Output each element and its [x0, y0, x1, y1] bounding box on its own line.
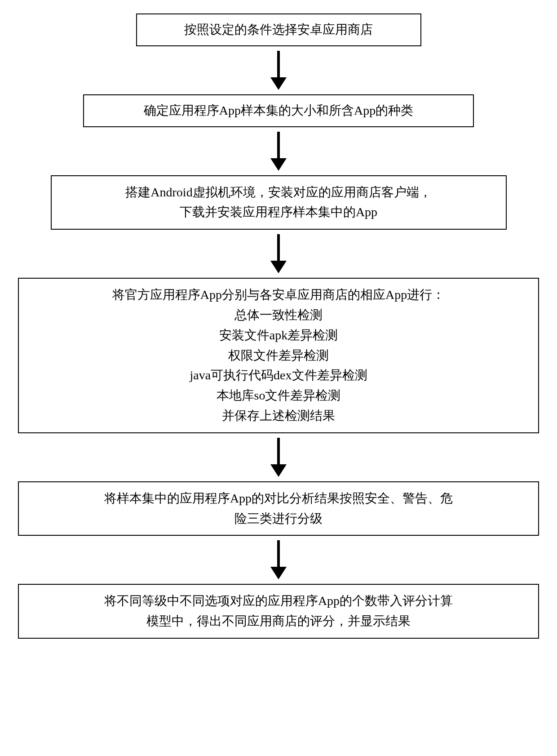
arrow-5: [270, 540, 287, 579]
flowchart-step-6: 将不同等级中不同选项对应的应用程序App的个数带入评分计算 模型中，得出不同应用…: [18, 584, 539, 639]
step-2-line-1: 确定应用程序App样本集的大小和所含App的种类: [144, 101, 413, 121]
arrow-shaft-icon: [277, 438, 280, 465]
arrow-4: [270, 438, 287, 477]
flowchart-step-4: 将官方应用程序App分别与各安卓应用商店的相应App进行： 总体一致性检测 安装…: [18, 278, 539, 433]
flowchart-step-3: 搭建Android虚拟机环境，安装对应的应用商店客户端， 下载并安装应用程序样本…: [51, 175, 507, 230]
step-4-line-5: java可执行代码dex文件差异检测: [190, 365, 367, 386]
arrow-shaft-icon: [277, 132, 280, 159]
step-4-line-6: 本地库so文件差异检测: [217, 386, 341, 406]
arrow-shaft-icon: [277, 51, 280, 78]
arrow-2: [270, 132, 287, 171]
arrow-head-icon: [270, 567, 287, 579]
arrow-shaft-icon: [277, 540, 280, 567]
step-3-line-2: 下载并安装应用程序样本集中的App: [180, 202, 377, 222]
step-4-line-1: 将官方应用程序App分别与各安卓应用商店的相应App进行：: [112, 285, 445, 305]
arrow-3: [270, 234, 287, 273]
arrow-head-icon: [270, 464, 287, 477]
arrow-head-icon: [270, 158, 287, 171]
step-4-line-2: 总体一致性检测: [234, 305, 323, 325]
flowchart-step-5: 将样本集中的应用程序App的对比分析结果按照安全、警告、危 险三类进行分级: [18, 481, 539, 536]
flowchart-step-1: 按照设定的条件选择安卓应用商店: [136, 13, 421, 46]
step-5-line-2: 险三类进行分级: [234, 509, 323, 529]
step-6-line-2: 模型中，得出不同应用商店的评分，并显示结果: [146, 611, 411, 631]
arrow-head-icon: [270, 261, 287, 273]
step-1-line-1: 按照设定的条件选择安卓应用商店: [184, 20, 373, 40]
step-4-line-7: 并保存上述检测结果: [222, 406, 335, 426]
step-5-line-1: 将样本集中的应用程序App的对比分析结果按照安全、警告、危: [104, 489, 453, 509]
arrow-head-icon: [270, 77, 287, 90]
step-3-line-1: 搭建Android虚拟机环境，安装对应的应用商店客户端，: [125, 182, 431, 203]
arrow-shaft-icon: [277, 234, 280, 261]
step-4-line-3: 安装文件apk差异检测: [219, 325, 338, 346]
step-4-line-4: 权限文件差异检测: [228, 346, 329, 366]
arrow-1: [270, 51, 287, 90]
step-6-line-1: 将不同等级中不同选项对应的应用程序App的个数带入评分计算: [104, 591, 453, 611]
flowchart-step-2: 确定应用程序App样本集的大小和所含App的种类: [83, 94, 474, 127]
